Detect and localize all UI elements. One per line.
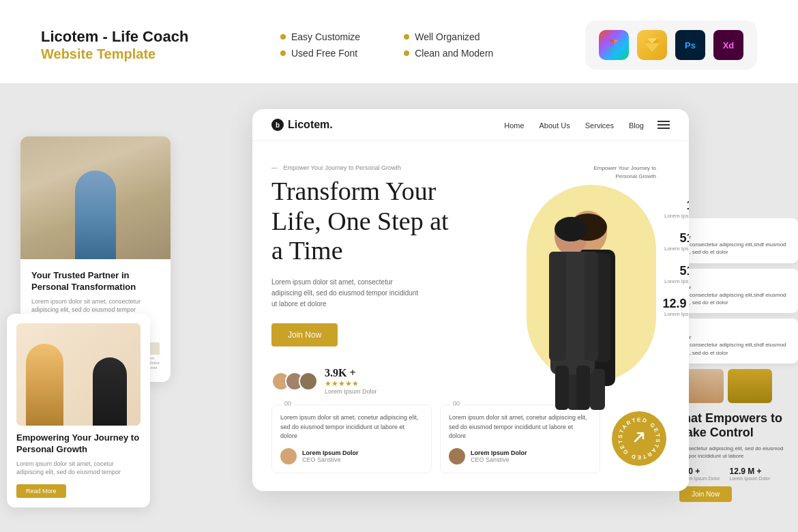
svg-rect-9 <box>585 252 598 361</box>
social-count: 3.9K + <box>325 367 377 379</box>
hero-cta-button[interactable]: Join Now <box>271 323 338 346</box>
reviewer-avatar <box>449 448 465 464</box>
right-image-2 <box>728 369 772 403</box>
far-right-stats: 510 + Lorem Ipsum Dolor 12.9 M + Lorem I… <box>675 467 798 481</box>
stat-label: Lorem Ipsum Dolor <box>662 213 689 219</box>
review-card-2: 00 Lorem ipsum dolor sit amet, conetur a… <box>440 404 600 473</box>
feature-item: Well Organized <box>404 31 493 42</box>
nav-blog[interactable]: Blog <box>629 121 644 130</box>
brand-block: Licotem - Life Coach Website Template <box>41 28 188 61</box>
social-proof: 3.9K + ★★★★★ Lorem Ipsum Dolor <box>271 367 465 395</box>
brand-name: Licotem - Life Coach <box>41 28 188 46</box>
bullet-icon <box>404 50 409 56</box>
stat-12m: 12.9 M + Lorem Ipsum Dolor <box>662 297 689 317</box>
hero-description: Lorem ipsum dolor sit amet, consectetur … <box>271 277 422 310</box>
stat-label: Lorem Ipsum Dolor <box>662 246 689 252</box>
hero-section: — Empower Your Journey to Personal Growt… <box>252 141 689 395</box>
photoshop-icon: Ps <box>675 30 705 60</box>
stats-column: 10 + Lorem Ipsum Dolor 510 + Lorem Ipsum… <box>662 198 689 317</box>
nav-logo: b Licotem. <box>271 119 504 131</box>
avatar <box>299 372 318 391</box>
far-right-panel: oloret, consectetur adipiscing elit,shdf… <box>675 218 798 502</box>
reviewer-role: CEO Sanstive <box>302 456 359 463</box>
stat-num: 510 + <box>662 231 689 246</box>
far-right-headline: that Empowers to Take Control <box>675 411 798 441</box>
right-card-text: oloret, consectetur adipiscing elit,shdf… <box>682 334 791 357</box>
navbar: b Licotem. Home About Us Services Blog <box>252 109 689 141</box>
stat-num: 10 + <box>662 198 689 213</box>
features-list: Easy Customize Well Organized Used Free … <box>280 31 493 59</box>
nav-home[interactable]: Home <box>504 121 524 130</box>
hero-right: Empower Your Journey toPersonal Growth <box>479 158 670 395</box>
hero-left: — Empower Your Journey to Personal Growt… <box>271 158 479 395</box>
social-stats: 3.9K + ★★★★★ Lorem Ipsum Dolor <box>325 367 377 395</box>
stamp-circle: STARTED GET STARTED GET <box>612 411 666 466</box>
left-card-image <box>20 136 171 259</box>
far-right-btn-container: Join Now <box>675 486 798 502</box>
reviewer-name: Lorem Ipsum Dolor <box>471 449 527 456</box>
xd-icon: Xd <box>713 30 743 60</box>
empowering-text: Lorem ipsum dolor sit amet, cocetur adip… <box>16 460 141 477</box>
nav-logo-icon: b <box>271 119 284 131</box>
right-feature-card-1: oloret, consectetur adipiscing elit,shdf… <box>675 218 798 263</box>
reviewer-avatar <box>280 448 297 464</box>
bullet-icon <box>280 34 286 40</box>
review-text: Lorem ipsum dolor sit amet, conetur adip… <box>449 413 591 441</box>
bullet-icon <box>404 34 409 40</box>
bullet-icon <box>280 50 286 56</box>
far-right-stat-2: 12.9 M + Lorem Ipsum Dolor <box>730 467 771 481</box>
far-stat-label: Lorem Ipsum Dolor <box>730 476 771 481</box>
hero-empower-text: — Empower Your Journey to Personal Growt… <box>271 164 465 171</box>
center-card: b Licotem. Home About Us Services Blog —… <box>252 109 689 491</box>
tool-icons-group: Ps Xd <box>585 20 757 70</box>
stamp-arrow <box>632 430 646 447</box>
left-card-title: Your Trusted Partner in Personal Transfo… <box>31 270 160 293</box>
empowering-title: Empowering Your Journey to Personal Grow… <box>16 432 141 456</box>
main-area: Your Trusted Partner in Personal Transfo… <box>0 109 798 532</box>
reviewer-info: Lorem Ipsum Dolor CEO Sanstive <box>471 449 527 463</box>
stat-label: Lorem Ipsum Dolor <box>662 311 689 317</box>
hamburger-menu[interactable] <box>657 121 670 129</box>
far-right-join-button[interactable]: Join Now <box>679 486 732 502</box>
stat-label: Lorem Ipsum Dolor <box>662 278 689 284</box>
left-card-bottom: Empowering Your Journey to Personal Grow… <box>7 314 150 507</box>
stat-num: 12.9 M + <box>662 297 689 311</box>
svg-rect-11 <box>576 366 590 410</box>
stat-num: 510 + <box>662 264 689 278</box>
avatars <box>271 372 318 391</box>
right-card-text: oloret, consectetur adipiscing elit,shdf… <box>682 233 791 256</box>
feature-item: Used Free Font <box>280 48 370 59</box>
reviewer: Lorem Ipsum Dolor CEO Sanstive <box>449 448 591 464</box>
top-banner: Licotem - Life Coach Website Template Ea… <box>0 0 798 83</box>
nav-about[interactable]: About Us <box>540 121 570 130</box>
stat-10: 10 + Lorem Ipsum Dolor <box>662 198 689 219</box>
feature-item: Easy Customize <box>280 31 370 42</box>
review-num: 00 <box>450 400 462 407</box>
stamp-container: STARTED GET STARTED GET <box>608 404 670 473</box>
hero-title: Transform Your Life, One Step at a Time <box>271 177 465 266</box>
sketch-icon <box>637 30 667 60</box>
left-card2-image <box>16 323 141 426</box>
reviewer-info: Lorem Ipsum Dolor CEO Sanstive <box>302 449 359 463</box>
right-feature-card-2: oloret, consectetur adipiscing elit,shdf… <box>675 269 798 314</box>
review-text: Lorem ipsum dolor sit amet, conetur adip… <box>280 413 423 441</box>
stat-510a: 510 + Lorem Ipsum Dolor <box>662 231 689 252</box>
read-more-button[interactable]: Read More <box>16 484 66 498</box>
right-card-text: oloret, consectetur adipiscing elit,shdf… <box>682 284 791 307</box>
reviewer-name: Lorem Ipsum Dolor <box>302 449 359 456</box>
review-card-1: 00 Lorem ipsum dolor sit amet, conetur a… <box>271 404 432 473</box>
figma-icon <box>599 30 629 60</box>
right-feature-card-3: oloret, consectetur adipiscing elit,shdf… <box>675 319 798 364</box>
far-right-desc: consectetur adipiscing elit, sed do eius… <box>675 445 798 460</box>
reviewer-role: CEO Sanstive <box>471 456 527 463</box>
svg-rect-5 <box>590 369 605 410</box>
svg-point-13 <box>555 217 587 241</box>
brand-subtitle: Website Template <box>41 46 188 62</box>
far-stat-num: 12.9 M + <box>730 467 771 476</box>
nav-services[interactable]: Services <box>585 121 614 130</box>
nav-links: Home About Us Services Blog <box>504 119 644 131</box>
hero-person-image <box>489 164 666 410</box>
review-num: 00 <box>282 400 294 407</box>
feature-item: Clean and Modern <box>404 48 493 59</box>
star-rating: ★★★★★ <box>325 379 377 388</box>
